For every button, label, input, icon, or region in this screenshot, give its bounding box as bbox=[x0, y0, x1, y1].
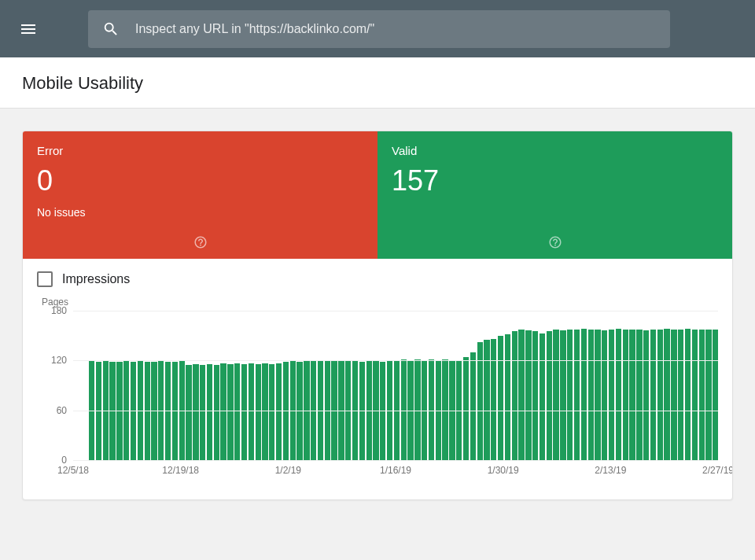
hamburger-icon bbox=[19, 20, 38, 39]
x-tick-label: 1/30/19 bbox=[488, 465, 519, 476]
bar bbox=[595, 330, 600, 460]
bar bbox=[553, 330, 558, 460]
app-header bbox=[0, 0, 755, 57]
bar bbox=[685, 329, 691, 460]
bar bbox=[650, 330, 656, 460]
y-tick-label: 180 bbox=[42, 305, 67, 316]
bar bbox=[692, 330, 698, 460]
stats-row: Error 0 No issues Valid 157 bbox=[23, 131, 732, 259]
bar bbox=[214, 365, 219, 460]
chart-area: Impressions Pages 060120180 12/5/1812/19… bbox=[23, 259, 732, 499]
x-tick-label: 2/13/19 bbox=[595, 465, 626, 476]
bar bbox=[283, 362, 289, 460]
content: Error 0 No issues Valid 157 Impressions bbox=[0, 109, 755, 522]
bar bbox=[241, 364, 247, 460]
bar bbox=[470, 352, 476, 460]
bar bbox=[207, 364, 212, 460]
bar bbox=[116, 362, 122, 460]
bar bbox=[165, 362, 171, 460]
bar bbox=[193, 364, 198, 460]
stat-valid-count: 157 bbox=[392, 167, 718, 195]
impressions-label: Impressions bbox=[62, 272, 130, 286]
bar bbox=[629, 330, 635, 460]
bar bbox=[713, 330, 718, 460]
bar bbox=[151, 362, 157, 460]
bar bbox=[705, 330, 711, 460]
gridline bbox=[73, 311, 718, 311]
bar bbox=[574, 330, 580, 460]
bar bbox=[699, 330, 705, 460]
bar bbox=[200, 365, 205, 460]
bar bbox=[512, 331, 517, 460]
bar bbox=[616, 329, 621, 460]
x-tick-label: 12/5/18 bbox=[57, 465, 89, 476]
bar bbox=[234, 363, 240, 461]
search-box[interactable] bbox=[88, 10, 670, 48]
impressions-toggle[interactable]: Impressions bbox=[37, 271, 718, 287]
bar bbox=[525, 330, 531, 460]
bar bbox=[131, 362, 136, 460]
bar bbox=[505, 334, 510, 460]
bar bbox=[249, 363, 254, 461]
bar bbox=[609, 330, 614, 460]
menu-button[interactable] bbox=[13, 13, 44, 45]
gridline bbox=[73, 411, 718, 411]
bar bbox=[145, 362, 150, 460]
bar bbox=[96, 362, 101, 460]
x-tick-label: 1/16/19 bbox=[380, 465, 411, 476]
stat-error[interactable]: Error 0 No issues bbox=[23, 131, 378, 259]
chart: Pages 060120180 12/5/1812/19/181/2/191/1… bbox=[37, 311, 718, 484]
bar bbox=[547, 331, 552, 460]
bar bbox=[262, 363, 267, 461]
x-axis-labels: 12/5/1812/19/181/2/191/16/191/30/192/13/… bbox=[73, 465, 718, 484]
bar bbox=[540, 333, 545, 461]
bar bbox=[560, 330, 565, 460]
y-tick-label: 0 bbox=[42, 455, 67, 466]
bar bbox=[220, 363, 226, 461]
bar bbox=[588, 330, 594, 460]
bar bbox=[380, 362, 385, 460]
bar bbox=[671, 330, 676, 460]
bar bbox=[109, 362, 115, 460]
stat-error-note: No issues bbox=[37, 206, 363, 219]
report-card: Error 0 No issues Valid 157 Impressions bbox=[22, 131, 733, 500]
x-tick-label: 12/19/18 bbox=[162, 465, 199, 476]
bar bbox=[657, 330, 663, 460]
impressions-checkbox[interactable] bbox=[37, 271, 53, 287]
y-tick-label: 60 bbox=[42, 405, 67, 416]
bar bbox=[678, 330, 683, 460]
x-tick-label: 1/2/19 bbox=[275, 465, 301, 476]
bar bbox=[227, 364, 233, 460]
page-title: Mobile Usability bbox=[22, 73, 733, 94]
bar bbox=[643, 330, 649, 460]
y-tick-label: 120 bbox=[42, 355, 67, 366]
gridline bbox=[73, 460, 718, 461]
bar bbox=[359, 362, 365, 460]
bar bbox=[664, 329, 669, 460]
bar bbox=[296, 362, 302, 460]
bar bbox=[602, 330, 607, 460]
bar bbox=[276, 363, 282, 461]
bar bbox=[172, 362, 178, 460]
help-icon[interactable] bbox=[193, 235, 208, 252]
x-tick-label: 2/27/19 bbox=[702, 465, 733, 476]
bar bbox=[636, 330, 642, 460]
bar bbox=[518, 330, 524, 460]
chart-plot: 060120180 bbox=[73, 311, 718, 460]
chart-bars bbox=[73, 311, 718, 460]
search-input[interactable] bbox=[135, 22, 656, 36]
bar bbox=[567, 330, 573, 460]
help-icon[interactable] bbox=[548, 235, 562, 252]
bar bbox=[269, 364, 274, 460]
bar bbox=[532, 331, 538, 460]
bar bbox=[463, 357, 469, 460]
bar bbox=[256, 364, 261, 460]
bar bbox=[498, 336, 503, 460]
bar bbox=[484, 340, 489, 460]
gridline bbox=[73, 360, 718, 361]
stat-valid[interactable]: Valid 157 bbox=[378, 131, 732, 259]
bar bbox=[186, 365, 191, 460]
stat-error-label: Error bbox=[37, 144, 363, 157]
title-row: Mobile Usability bbox=[0, 57, 755, 109]
bar bbox=[623, 330, 628, 460]
